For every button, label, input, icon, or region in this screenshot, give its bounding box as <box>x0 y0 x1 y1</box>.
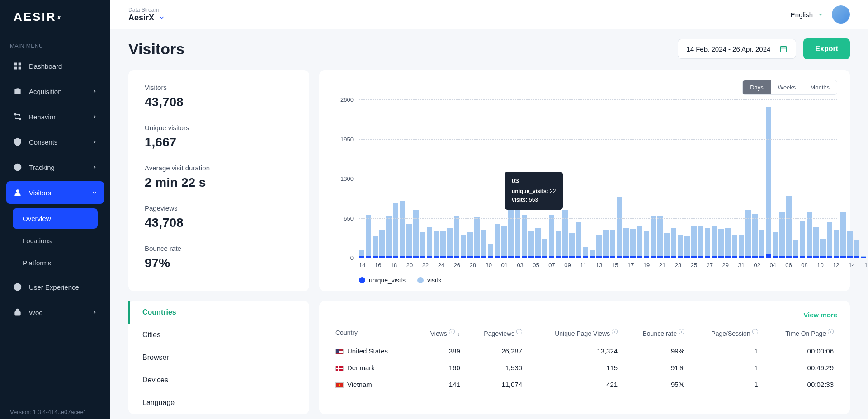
table-row[interactable]: Denmark 1601,53011591%100:49:29 <box>332 359 837 376</box>
tab-browser[interactable]: Browser <box>128 346 309 369</box>
version-text: Version: 1.3.4-414..e07acee1 <box>10 409 87 415</box>
visitors-chart[interactable]: 0650130019502600 14151617181920212223242… <box>332 99 837 271</box>
column-views[interactable]: Viewsi↓ <box>413 323 464 343</box>
bar-24[interactable] <box>847 99 853 258</box>
sidebar-item-woo[interactable]: Woo <box>6 301 104 324</box>
stream-label: Data Stream <box>128 7 165 13</box>
legend-visits[interactable]: visits <box>417 277 441 284</box>
metric-unique-visitors: Unique visitors1,667 <box>145 124 293 150</box>
avatar[interactable] <box>832 5 850 24</box>
svg-point-9 <box>17 167 18 168</box>
svg-rect-1 <box>19 63 21 66</box>
topbar: Data Stream AesirX English <box>110 0 868 29</box>
column-bounce-rate[interactable]: Bounce ratei <box>621 323 688 343</box>
sidebar-item-acquisition[interactable]: Acquisition <box>6 80 104 103</box>
interval-months[interactable]: Months <box>803 80 837 94</box>
svg-point-10 <box>16 189 19 193</box>
woo-icon <box>13 307 23 317</box>
svg-point-6 <box>19 118 20 119</box>
svg-rect-12 <box>15 311 20 315</box>
column-pageviews[interactable]: Pageviewsi <box>464 323 526 343</box>
flag-icon <box>335 366 344 371</box>
column-unique-page-views[interactable]: Unique Page Viewsi <box>526 323 621 343</box>
metric-bounce-rate: Bounce rate97% <box>145 245 293 270</box>
table-row[interactable]: United States 38926,28713,32499%100:00:0… <box>332 343 837 359</box>
sidebar-item-visitors[interactable]: Visitors <box>6 181 104 204</box>
countries-table: CountryViewsi↓PageviewsiUnique Page View… <box>332 323 837 393</box>
bar-26[interactable] <box>861 99 866 258</box>
data-table-card: View more CountryViewsi↓PageviewsiUnique… <box>319 301 850 414</box>
user-experience-icon <box>13 282 23 292</box>
svg-rect-0 <box>14 63 17 66</box>
metric-visitors: Visitors43,708 <box>145 84 293 109</box>
chevron-right-icon <box>91 164 98 170</box>
bar-25[interactable] <box>854 99 859 258</box>
legend-unique_visits[interactable]: unique_visits <box>359 277 406 284</box>
sidebar-item-user-experience[interactable]: User Experience <box>6 276 104 298</box>
tab-language[interactable]: Language <box>128 391 309 414</box>
chevron-right-icon <box>91 139 98 145</box>
data-stream-selector[interactable]: Data Stream AesirX <box>128 7 165 23</box>
sidebar: AESIRx MAIN MENU Dashboard Acquisition B… <box>0 0 110 419</box>
chevron-right-icon <box>91 88 98 94</box>
metric-average-visit-duration: Average visit duration2 min 22 s <box>145 164 293 190</box>
sidebar-item-consents[interactable]: Consents <box>6 131 104 153</box>
behavior-icon <box>13 112 23 122</box>
sidebar-item-tracking[interactable]: Tracking <box>6 156 104 179</box>
data-tabs: CountriesCitiesBrowserDevicesLanguage <box>128 301 309 414</box>
svg-rect-2 <box>14 67 17 70</box>
acquisition-icon <box>13 86 23 96</box>
svg-rect-13 <box>781 47 787 52</box>
metrics-card: Visitors43,708Unique visitors1,667Averag… <box>128 70 309 291</box>
tab-devices[interactable]: Devices <box>128 369 309 391</box>
column-page/session[interactable]: Page/Sessioni <box>688 323 762 343</box>
chevron-right-icon <box>91 113 98 120</box>
chart-card: DaysWeeksMonths 0650130019502600 1415161… <box>319 70 850 291</box>
sidebar-subitem-platforms[interactable]: Platforms <box>13 253 98 273</box>
sidebar-subitem-overview[interactable]: Overview <box>13 208 98 229</box>
export-button[interactable]: Export <box>803 38 850 59</box>
visitors-icon <box>13 188 23 198</box>
chevron-down-icon <box>91 189 98 196</box>
svg-rect-4 <box>14 89 20 94</box>
consents-icon <box>13 137 23 147</box>
nav-section-label: MAIN MENU <box>0 34 110 55</box>
bar-23[interactable] <box>840 99 846 258</box>
interval-days[interactable]: Days <box>743 80 771 94</box>
date-range-picker[interactable]: 14 Feb, 2024 - 26 Apr, 2024 <box>678 39 796 59</box>
chevron-right-icon <box>91 309 98 315</box>
sidebar-subitem-locations[interactable]: Locations <box>13 231 98 251</box>
interval-weeks[interactable]: Weeks <box>771 80 803 94</box>
tab-countries[interactable]: Countries <box>128 301 309 324</box>
column-time-on-page[interactable]: Time On Pagei <box>762 323 837 343</box>
chevron-down-icon <box>159 14 165 21</box>
tracking-icon <box>13 162 23 172</box>
language-selector[interactable]: English <box>791 11 824 19</box>
metric-pageviews: Pageviews43,708 <box>145 204 293 230</box>
tab-cities[interactable]: Cities <box>128 324 309 346</box>
page-title: Visitors <box>128 40 184 58</box>
interval-toggle: DaysWeeksMonths <box>742 80 837 95</box>
calendar-icon <box>779 45 788 53</box>
table-row[interactable]: ★Vietnam 14111,07442195%100:02:33 <box>332 376 837 393</box>
sidebar-item-behavior[interactable]: Behavior <box>6 105 104 128</box>
column-country[interactable]: Country <box>332 323 413 343</box>
flag-icon <box>335 349 344 354</box>
flag-icon: ★ <box>335 382 344 388</box>
svg-point-5 <box>14 113 16 115</box>
brand-logo: AESIRx <box>0 10 110 34</box>
svg-rect-3 <box>19 67 21 70</box>
chevron-down-icon <box>817 11 824 18</box>
sidebar-item-dashboard[interactable]: Dashboard <box>6 55 104 77</box>
view-more-link[interactable]: View more <box>803 311 837 319</box>
dashboard-icon <box>13 61 23 71</box>
